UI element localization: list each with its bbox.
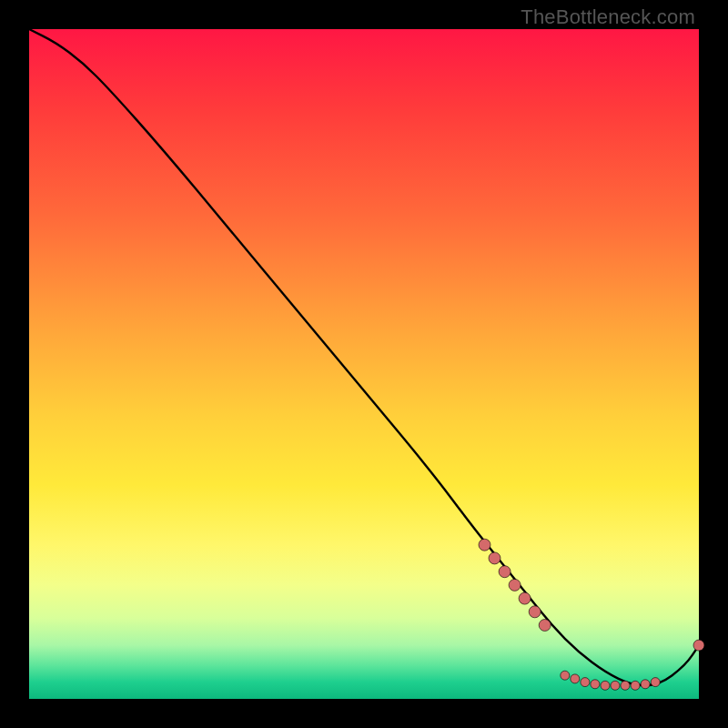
data-dot [591,680,600,689]
data-dot [571,674,580,683]
watermark-text: TheBottleneck.com [521,5,695,29]
data-dot [621,681,630,690]
data-dot [561,671,570,680]
data-dot [499,566,511,578]
chart-stage: TheBottleneck.com [0,0,728,728]
data-dot [581,678,590,687]
data-dot [693,640,704,651]
data-dot [641,680,650,689]
data-dot [539,620,551,632]
data-dot [519,592,531,604]
bottleneck-curve [29,29,699,685]
data-dot [611,681,620,690]
data-dot [479,539,490,551]
data-dot [601,681,610,690]
dot-end-group [693,640,704,651]
curve-svg [29,29,699,699]
dots-upper-group [479,539,551,631]
data-dot [651,678,660,687]
data-dot [509,579,521,591]
plot-area [29,29,699,699]
data-dot [631,681,640,690]
data-dot [529,606,541,618]
data-dot [489,552,500,564]
